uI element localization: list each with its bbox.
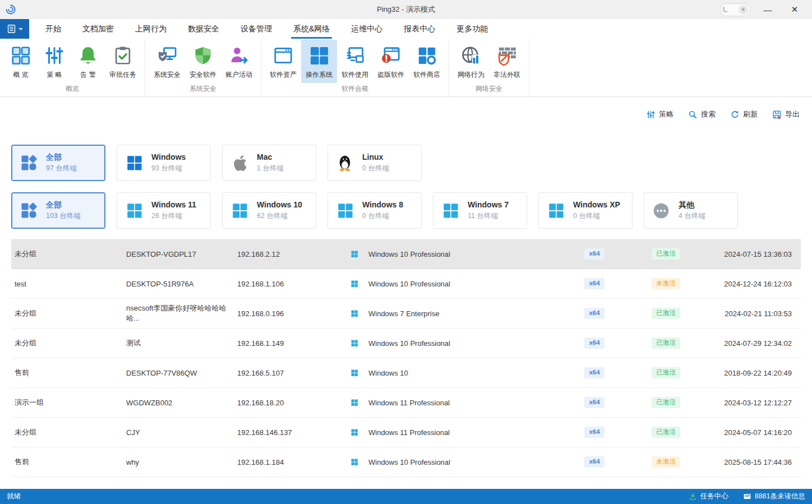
- tab-doc-encryption[interactable]: 文档加密: [72, 19, 124, 39]
- os-card-all-version[interactable]: 全部103 台终端: [11, 192, 105, 229]
- other-ellipsis-icon: [652, 202, 671, 220]
- ribbon-button-pirated-software[interactable]: 盗版软件: [373, 40, 409, 83]
- ribbon-button-alert[interactable]: 告 警: [71, 40, 105, 83]
- tab-home[interactable]: 开始: [35, 19, 72, 39]
- os-card-all-family[interactable]: 全部97 台终端: [11, 145, 105, 181]
- export-button[interactable]: 导出: [772, 109, 800, 119]
- tab-device-management[interactable]: 设备管理: [230, 19, 283, 39]
- tab-system-network[interactable]: 系统&网络: [283, 19, 340, 39]
- ribbon-button-account-activity[interactable]: 账户活动: [221, 40, 257, 83]
- windows-os-icon: [350, 428, 358, 436]
- ribbon-button-software-usage[interactable]: 软件使用: [337, 40, 373, 83]
- unread-messages-button[interactable]: 8881条未读信息: [743, 492, 805, 501]
- os-card-title: Windows: [151, 152, 186, 161]
- terminal-time: 2024-02-21 11:03:53: [715, 309, 801, 318]
- os-card-title: Linux: [362, 152, 389, 161]
- table-row[interactable]: 售前 DESKTOP-77V86QW 192.168.5.107 Windows…: [11, 358, 801, 388]
- tab-data-security[interactable]: 数据安全: [177, 19, 230, 39]
- terminal-os: Windows 7 Enterprise: [368, 309, 439, 318]
- os-card-title: Windows XP: [573, 200, 620, 209]
- ribbon-button-software-store[interactable]: 软件商店: [409, 40, 445, 83]
- terminal-ip: 192.168.146.137: [237, 428, 350, 437]
- unread-messages-label: 8881条未读信息: [755, 492, 805, 501]
- table-row[interactable]: 未分组 CJY 192.168.146.137 Windows 11 Profe…: [11, 418, 801, 447]
- policy-sliders-icon: [646, 110, 656, 119]
- status-badge: 已激活: [652, 397, 680, 408]
- arch-badge: x64: [584, 308, 604, 319]
- terminal-ip: 192.168.18.20: [237, 399, 350, 407]
- table-row[interactable]: 未分组 nsecsoft李国豪你好呀哈哈哈哈哈... 192.168.0.196…: [11, 299, 801, 329]
- terminal-os: Windows 11 Professional: [368, 428, 450, 437]
- network-behavior-globe-icon: [460, 45, 482, 66]
- status-badge: 已激活: [652, 367, 680, 378]
- os-card-count: 4 台终端: [679, 211, 705, 221]
- ribbon-button-illegal-connection[interactable]: 非法外联: [489, 40, 525, 83]
- ribbon-button-label: 操作系统: [306, 70, 333, 80]
- ribbon-button-label: 告 警: [80, 70, 95, 80]
- ribbon-button-overview[interactable]: 概 览: [4, 40, 38, 83]
- terminal-group: 演示一组: [11, 397, 126, 408]
- ribbon-button-security-software[interactable]: 安全软件: [185, 40, 221, 83]
- linux-tux-icon: [335, 154, 354, 172]
- table-row[interactable]: 售前 why 192.168.1.184 Windows 10 Professi…: [11, 447, 801, 477]
- os-card-windows-10[interactable]: Windows 1062 台终端: [222, 192, 316, 229]
- ribbon-button-policy[interactable]: 策 略: [38, 40, 71, 83]
- os-card-title: 全部: [46, 152, 77, 161]
- policy-action-button[interactable]: 策略: [646, 109, 673, 119]
- os-card-other[interactable]: 其他4 台终端: [644, 192, 738, 229]
- account-activity-person-icon: [228, 45, 250, 66]
- os-card-linux[interactable]: Linux0 台终端: [327, 145, 422, 181]
- software-store-icon: [416, 45, 437, 66]
- os-card-count: 0 台终端: [573, 211, 620, 221]
- policy-sliders-icon: [44, 45, 65, 66]
- close-button[interactable]: ✕: [785, 2, 804, 17]
- os-card-windows-xp[interactable]: Windows XP0 台终端: [538, 192, 633, 229]
- tab-ops-center[interactable]: 运维中心: [340, 19, 393, 39]
- terminal-ip: 192.168.0.196: [237, 309, 350, 318]
- operating-system-windows-icon: [308, 45, 330, 66]
- app-menu-list-icon: [6, 24, 17, 34]
- table-row[interactable]: test DESKTOP-51R976A 192.168.1.106 Windo…: [11, 269, 801, 299]
- ribbon-button-network-behavior[interactable]: 网络行为: [453, 40, 489, 83]
- ribbon-button-label: 系统安全: [154, 70, 181, 80]
- task-center-button[interactable]: 任务中心: [689, 492, 728, 501]
- os-card-windows-7[interactable]: Windows 711 台终端: [433, 192, 527, 229]
- os-card-windows-8[interactable]: Windows 80 台终端: [327, 192, 422, 229]
- ribbon-button-system-security[interactable]: 系统安全: [149, 40, 185, 83]
- os-card-windows-11[interactable]: Windows 1126 台终端: [117, 192, 211, 229]
- os-card-title: 全部: [46, 200, 81, 209]
- minimize-button[interactable]: —: [758, 2, 777, 17]
- tab-web-behavior[interactable]: 上网行为: [124, 19, 177, 39]
- os-card-windows[interactable]: Windows93 台终端: [117, 145, 211, 181]
- ribbon-button-approval-tasks[interactable]: 审批任务: [105, 40, 141, 83]
- terminal-time: 2024-12-24 16:12:03: [715, 280, 801, 288]
- tab-report-center[interactable]: 报表中心: [393, 19, 446, 39]
- terminal-name: WGDWZB002: [126, 399, 237, 407]
- ribbon-group-overview: 概 览 策 略 告 警 审批任务 概览: [0, 39, 145, 96]
- search-button[interactable]: 搜索: [688, 109, 716, 119]
- os-card-count: 11 台终端: [468, 211, 509, 221]
- ribbon-button-software-assets[interactable]: 软件资产: [265, 40, 301, 83]
- ribbon-button-label: 安全软件: [190, 70, 216, 80]
- action-label: 刷新: [743, 109, 758, 119]
- os-card-mac[interactable]: Mac1 台终端: [222, 145, 316, 181]
- tab-more-features[interactable]: 更多功能: [446, 19, 499, 39]
- ribbon-button-label: 非法外联: [493, 70, 520, 80]
- moon-icon: ☾: [721, 4, 731, 15]
- ribbon-button-operating-system[interactable]: 操作系统: [301, 40, 337, 83]
- table-row[interactable]: 未分组 测试 192.168.1.149 Windows 10 Professi…: [11, 329, 801, 358]
- apple-icon: [230, 154, 249, 173]
- theme-toggle[interactable]: ☾ ☀: [720, 3, 750, 16]
- terminal-group: test: [11, 280, 126, 288]
- window-title: Ping32 - 演示模式: [0, 4, 812, 15]
- software-usage-monitor-icon: [344, 45, 366, 66]
- terminal-time: 2025-08-15 17:44:36: [715, 458, 801, 466]
- refresh-button[interactable]: 刷新: [730, 109, 758, 119]
- approval-clipboard-icon: [112, 45, 133, 66]
- security-software-shield-icon: [192, 45, 214, 66]
- windows-icon: [546, 202, 565, 219]
- table-row[interactable]: 未分组 DESKTOP-VGDPL17 192.168.2.12 Windows…: [11, 239, 801, 269]
- ribbon-group-label: 网络安全: [451, 83, 527, 98]
- table-row[interactable]: 演示一组 WGDWZB002 192.168.18.20 Windows 11 …: [11, 388, 801, 418]
- app-menu-button[interactable]: [0, 19, 29, 39]
